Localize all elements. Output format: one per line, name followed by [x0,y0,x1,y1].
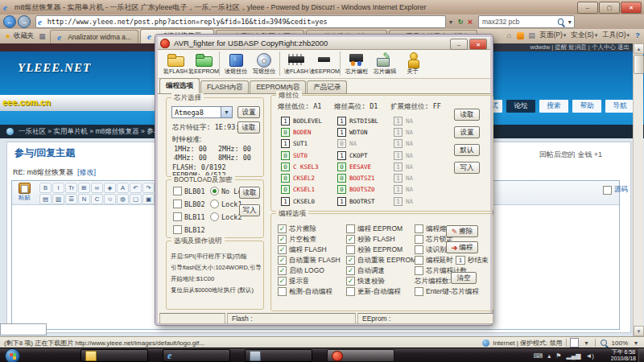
fuse-bit-row[interactable]: 0 CKSEL1 [281,184,322,195]
fuse-bit-row[interactable]: 1 NA [394,172,413,183]
user-bar-links[interactable]: wdwdw | 提醒 短消息 | 个人中心 退出 [530,43,630,51]
page-scrollbar[interactable]: ▲ ▼ [633,43,643,336]
editor-format-icon[interactable]: Tr [65,183,77,193]
fuse-bit-row[interactable]: 0 BODEN [281,126,322,138]
fuse-bit-row[interactable]: 1 BODLEVEL [281,115,322,126]
checkbox-box[interactable] [278,287,287,296]
zoom-icon[interactable] [601,339,607,346]
option-checkbox[interactable]: 编程延时 1 秒结束 [415,255,489,265]
option-checkbox[interactable]: 校验 EEPROM [346,245,416,255]
search-dropdown-button[interactable] [565,16,574,27]
fuse-bit-row[interactable]: 0 C KSEL3 [281,161,322,172]
fuse-bit-row[interactable]: 1 NA [394,150,413,161]
fuse-bit-row[interactable]: 1 CKOPT [337,150,378,161]
fuse-bit-row[interactable]: 1 RSTDISBL [337,115,378,126]
fuse-bit-value[interactable]: 1 [281,139,290,148]
fuse-bit-value[interactable]: 1 [394,151,402,160]
radio-circle[interactable] [210,187,219,195]
editor-format-icon[interactable]: ∞ [91,183,103,193]
source-mode-toggle[interactable]: 源码 [603,185,628,195]
fuse-bit-row[interactable]: 0 SUT0 [281,150,322,161]
scroll-up-icon[interactable]: ▲ [634,43,644,54]
option-checkbox[interactable]: 启动 LOGO [278,265,341,276]
checkbox-box[interactable] [278,256,287,265]
action-center-flag-icon[interactable]: ⚑ [555,352,561,360]
option-checkbox[interactable]: 自动重装 FLASH [278,255,341,265]
option-checkbox[interactable]: 自动重装 EEPROM [346,255,416,265]
checkbox-box[interactable] [415,224,423,233]
fuse-bit-row[interactable]: 0 EESAVE [337,161,378,172]
editor-format-icon[interactable]: ◈ [104,183,116,193]
fuse-bit-row[interactable]: 1 CKSEL0 [281,195,322,207]
fuse-bit-value[interactable]: 1 [394,185,402,194]
checkbox-box[interactable] [415,256,423,265]
chevron-down-icon[interactable]: ▼ [221,107,232,117]
editor-format-icon[interactable]: ☺ [104,194,116,204]
editor-format-icon[interactable]: ↶ [130,183,142,193]
fuse-bit-value[interactable]: 0 [281,174,290,183]
option-checkbox[interactable]: 编程 EEPROM [346,224,416,234]
editor-format-icon[interactable]: ☰ [65,194,77,204]
page-mode-icon[interactable] [570,338,579,348]
fuse-bit-value[interactable]: 1 [337,197,346,206]
fuse-bit-value[interactable]: 0 [281,185,290,194]
fuse-bit-value[interactable]: 0 [337,185,346,194]
fuse-bit-row[interactable]: 1 NA [394,184,413,195]
print-icon[interactable] [526,31,536,40]
checkbox-box[interactable] [278,266,287,275]
dialog-tab[interactable]: 编程选项 [159,78,200,93]
editor-format-icon[interactable]: ↷ [142,183,155,193]
load-eeprom-button[interactable]: 装EEPROM [189,51,217,76]
fuse-bit-row[interactable]: 1 NA [394,195,413,207]
command-menu-item[interactable]: 页面(P) [538,31,568,40]
fuse-default-button[interactable]: 默认 [454,144,480,156]
read-eeprom-button[interactable]: 读EEPROM [310,51,338,76]
checkbox-box[interactable] [278,224,287,233]
fuse-bit-value[interactable]: 1 [281,117,290,125]
zoom-dropdown[interactable] [631,337,641,348]
stop-button[interactable] [465,16,475,27]
fuse-bit-row[interactable]: 0 NA [337,138,378,150]
checkbox-box[interactable] [173,212,182,221]
forum-nav-button[interactable]: 论坛 [506,100,535,113]
start-button[interactable] [5,348,20,362]
search-input[interactable] [479,18,556,26]
dialog-titlebar[interactable]: AVR_fighter for USBASP CopyRight:zhb2000 [158,37,490,50]
paste-button[interactable]: 粘贴 [14,183,35,202]
read-fuse-button[interactable]: 读熔丝位 [219,51,250,76]
option-checkbox[interactable]: 更新-自动编程 [346,286,416,297]
editor-format-icon[interactable]: ▣ [142,194,155,204]
checkbox-box[interactable] [415,245,423,254]
ie-taskbar-button[interactable] [163,349,230,362]
avr-fighter-taskbar-button[interactable] [327,349,394,362]
fuse-bit-value[interactable]: 1 [394,139,402,148]
help-icon[interactable] [633,31,642,40]
editor-format-icon[interactable]: B [39,183,52,193]
delay-seconds-input[interactable]: 1 [456,256,465,265]
fuse-bit-row[interactable]: 1 NA [394,115,413,126]
bootload-read-button[interactable]: 读取 [239,187,260,199]
about-button[interactable]: 关于 [398,51,427,76]
checkbox-box[interactable] [346,235,355,244]
fuse-bit-row[interactable]: 1 SUT1 [281,138,322,150]
fuse-bit-value[interactable]: 0 [281,151,290,160]
checkbox-box[interactable] [415,235,423,244]
chip-program-button[interactable]: 芯片编程 [340,51,370,76]
source-checkbox[interactable] [603,186,612,195]
option-checkbox[interactable]: 芯片擦除 [278,224,341,234]
fuse-bit-value[interactable]: 0 [337,139,346,148]
checkbox-box[interactable] [346,256,355,265]
fuse-bit-row[interactable]: 1 BOOTRST [337,195,378,207]
checkbox-box[interactable] [173,225,182,234]
close-button[interactable] [621,2,642,14]
checkbox-box[interactable] [346,224,355,233]
zoom-level[interactable]: 100% [612,339,628,347]
checkbox-box[interactable] [415,287,423,296]
favorites-label[interactable]: 收藏夹 [14,31,35,41]
option-checkbox[interactable]: 编程 FLASH [278,245,341,255]
program-button[interactable]: 编程 [446,241,478,253]
editor-format-icon[interactable]: ▤ [39,194,52,204]
explorer-taskbar-button[interactable] [80,349,148,362]
checkbox-box[interactable] [173,200,182,208]
checkbox-box[interactable] [278,235,287,244]
